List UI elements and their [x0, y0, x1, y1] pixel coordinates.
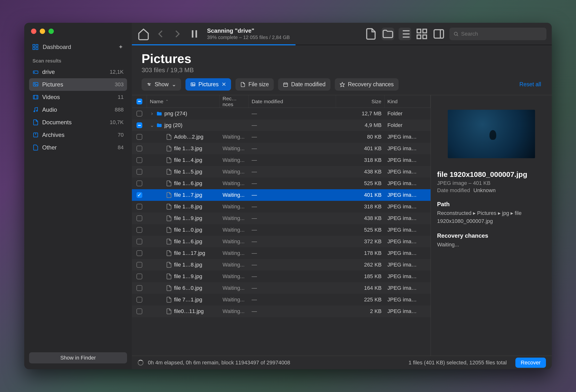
table-row[interactable]: ›png (274) — 12,7 MB Folder: [132, 108, 431, 119]
content-row: Name⌃ Rec…nces Date modified Size Kind ›…: [132, 95, 552, 356]
disclosure-right-icon[interactable]: ›: [150, 110, 154, 117]
close-window-button[interactable]: [31, 28, 36, 34]
row-recovery: Waiting...: [220, 262, 249, 268]
table-row[interactable]: Adob…2.jpg Waiting... — 80 KB JPEG ima…: [132, 131, 431, 143]
recovery-filter-button[interactable]: Recovery chances: [335, 78, 399, 91]
row-checkbox[interactable]: [137, 204, 142, 209]
table-row[interactable]: file 1…6.jpg Waiting... — 525 KB JPEG im…: [132, 178, 431, 189]
list-view-button[interactable]: [399, 28, 411, 40]
sidebar-item-other[interactable]: Other 84: [29, 141, 127, 154]
row-checkbox[interactable]: [137, 157, 142, 163]
table-row[interactable]: file 1…6.jpg Waiting... — 372 KB JPEG im…: [132, 236, 431, 247]
grid-view-button[interactable]: [415, 28, 428, 40]
sidebar-item-archives[interactable]: Archives 70: [29, 129, 127, 141]
row-name: jpg (20): [164, 122, 183, 129]
file-size-filter-button[interactable]: File size: [235, 78, 274, 91]
row-checkbox[interactable]: [137, 122, 142, 128]
row-checkbox[interactable]: [137, 181, 142, 186]
search-input[interactable]: [461, 31, 543, 37]
star-icon: [340, 82, 345, 87]
table-row[interactable]: ✓ file 1…7.jpg Waiting... — 401 KB JPEG …: [132, 189, 431, 201]
row-checkbox[interactable]: [137, 134, 142, 140]
select-all-header[interactable]: [132, 95, 147, 107]
row-checkbox[interactable]: [137, 250, 142, 256]
sidebar-item-pictures[interactable]: Pictures 303: [29, 78, 127, 91]
table-row[interactable]: file 1…4.jpg Waiting... — 318 KB JPEG im…: [132, 154, 431, 166]
table-row[interactable]: file 6…0.jpg Waiting... — 164 KB JPEG im…: [132, 282, 431, 294]
home-button[interactable]: [137, 28, 150, 40]
table-row[interactable]: file 1…5.jpg Waiting... — 438 KB JPEG im…: [132, 166, 431, 178]
row-date: —: [249, 157, 336, 163]
row-checkbox[interactable]: [137, 239, 142, 244]
row-checkbox[interactable]: [137, 297, 142, 303]
row-size: 525 KB: [336, 227, 384, 233]
fullscreen-window-button[interactable]: [49, 28, 54, 34]
row-checkbox[interactable]: [137, 308, 142, 314]
svg-rect-15: [192, 30, 194, 37]
folder-icon: [156, 110, 162, 117]
minimize-window-button[interactable]: [40, 28, 45, 34]
pictures-filter-chip[interactable]: Pictures ✕: [185, 78, 231, 91]
row-date: —: [249, 238, 336, 245]
search-box[interactable]: [449, 28, 547, 40]
size-column-header[interactable]: Size: [336, 95, 384, 107]
row-date: —: [249, 297, 336, 303]
table-row[interactable]: file 1…9.jpg Waiting... — 438 KB JPEG im…: [132, 212, 431, 224]
row-date: —: [249, 192, 336, 198]
sidebar-item-audio[interactable]: Audio 888: [29, 104, 127, 116]
detail-filename: file 1920x1080_000007.jpg: [437, 170, 546, 179]
pause-scan-button[interactable]: [188, 28, 201, 40]
show-filter-button[interactable]: Show ⌄: [142, 78, 181, 91]
back-button[interactable]: [154, 28, 167, 40]
row-checkbox[interactable]: [137, 111, 142, 117]
row-checkbox[interactable]: [137, 169, 142, 175]
row-date: —: [249, 215, 336, 221]
row-checkbox[interactable]: [137, 215, 142, 221]
table-body[interactable]: ›png (274) — 12,7 MB Folder ⌄jpg (20) — …: [132, 108, 431, 356]
date-filter-button[interactable]: Date modified: [278, 78, 330, 91]
elapsed-status: 0h 4m elapsed, 0h 6m remain, block 11943…: [148, 360, 290, 366]
row-checkbox[interactable]: [137, 146, 142, 151]
row-checkbox[interactable]: [137, 274, 142, 279]
reset-all-button[interactable]: Reset all: [519, 81, 542, 88]
kind-column-header[interactable]: Kind: [384, 95, 431, 107]
date-column-header[interactable]: Date modified: [249, 95, 336, 107]
file-icon: [166, 192, 172, 198]
date-filter-label: Date modified: [291, 81, 326, 88]
row-date: —: [249, 204, 336, 210]
name-column-header[interactable]: Name⌃: [147, 95, 220, 107]
table-row[interactable]: file 1…8.jpg Waiting... — 318 KB JPEG im…: [132, 201, 431, 212]
row-checkbox[interactable]: ✓: [137, 192, 142, 198]
sidebar-item-count: 10,7K: [110, 119, 124, 126]
disclosure-down-icon[interactable]: ⌄: [150, 122, 154, 129]
row-checkbox[interactable]: [137, 262, 142, 268]
table-row[interactable]: file 7…1.jpg Waiting... — 225 KB JPEG im…: [132, 294, 431, 306]
filter-bar: Show ⌄ Pictures ✕ File size Date modifie…: [132, 78, 552, 95]
folder-view-button[interactable]: [382, 28, 394, 40]
table-row[interactable]: file0…11.jpg Waiting... — 2 KB JPEG ima…: [132, 306, 431, 317]
table-row[interactable]: ⌄jpg (20) — 4,9 MB Folder: [132, 119, 431, 131]
dashboard-nav[interactable]: Dashboard ✦: [29, 41, 127, 53]
recover-button[interactable]: Recover: [515, 358, 546, 368]
show-in-finder-button[interactable]: Show in Finder: [29, 352, 127, 364]
select-all-checkbox[interactable]: [137, 99, 142, 105]
row-checkbox[interactable]: [137, 285, 142, 291]
app-window: Dashboard ✦ Scan results drive 12,1K Pic…: [24, 23, 552, 369]
sidebar-item-videos[interactable]: Videos 11: [29, 91, 127, 104]
forward-button[interactable]: [171, 28, 184, 40]
table-row[interactable]: file 1…17.jpg Waiting... — 178 KB JPEG i…: [132, 247, 431, 259]
toggle-sidebar-button[interactable]: [432, 28, 445, 40]
recovery-filter-label: Recovery chances: [348, 81, 394, 88]
new-file-button[interactable]: [365, 28, 377, 40]
table-header: Name⌃ Rec…nces Date modified Size Kind: [132, 95, 431, 108]
table-row[interactable]: file 1…3.jpg Waiting... — 401 KB JPEG im…: [132, 143, 431, 154]
sidebar-item-documents[interactable]: Documents 10,7K: [29, 116, 127, 129]
table-row[interactable]: file 1…0.jpg Waiting... — 525 KB JPEG im…: [132, 224, 431, 236]
row-name: file 1…6.jpg: [174, 180, 202, 186]
table-row[interactable]: file 1…8.jpg Waiting... — 262 KB JPEG im…: [132, 259, 431, 271]
row-checkbox[interactable]: [137, 227, 142, 233]
sidebar-item-drive[interactable]: drive 12,1K: [29, 66, 127, 78]
remove-filter-icon[interactable]: ✕: [222, 81, 226, 88]
recovery-column-header[interactable]: Rec…nces: [220, 95, 249, 107]
table-row[interactable]: file 1…9.jpg Waiting... — 185 KB JPEG im…: [132, 271, 431, 282]
